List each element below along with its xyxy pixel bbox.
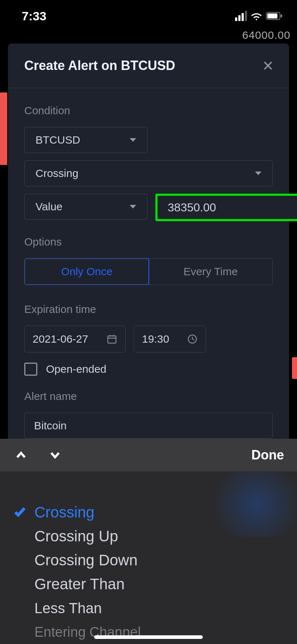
svg-rect-2 bbox=[281, 15, 282, 17]
condition-label: Condition bbox=[24, 104, 273, 117]
chevron-down-icon bbox=[130, 138, 136, 142]
next-field-button[interactable] bbox=[47, 447, 63, 463]
only-once-option[interactable]: Only Once bbox=[24, 258, 149, 285]
expiration-time-value: 19:30 bbox=[142, 333, 169, 345]
battery-icon bbox=[266, 12, 283, 20]
svg-rect-5 bbox=[108, 336, 116, 343]
price-value-field[interactable] bbox=[155, 194, 297, 221]
alert-name-label: Alert name bbox=[24, 390, 273, 402]
home-indicator[interactable] bbox=[94, 635, 203, 639]
expiration-date-field[interactable]: 2021-06-27 bbox=[24, 326, 126, 352]
keyboard-accessory-bar: Done bbox=[0, 439, 297, 471]
alert-name-input[interactable] bbox=[24, 413, 273, 439]
symbol-select-value: BTCUSD bbox=[35, 134, 80, 146]
expiration-label: Expiration time bbox=[24, 303, 273, 315]
done-button[interactable]: Done bbox=[251, 447, 284, 463]
price-value-input[interactable] bbox=[158, 196, 297, 219]
modal-title: Create Alert on BTCUSD bbox=[24, 58, 175, 73]
picker-option-crossing[interactable]: Crossing bbox=[34, 500, 141, 524]
picker-option-greater-than[interactable]: Greater Than bbox=[34, 572, 141, 596]
picker-glow bbox=[203, 471, 297, 537]
status-icons bbox=[235, 11, 283, 21]
check-icon bbox=[13, 505, 27, 520]
modal-header: Create Alert on BTCUSD bbox=[8, 44, 289, 88]
picker-option-crossing-up[interactable]: Crossing Up bbox=[34, 524, 141, 548]
picker-option-less-than[interactable]: Less Than bbox=[34, 596, 141, 620]
close-button[interactable] bbox=[262, 59, 275, 72]
options-label: Options bbox=[24, 236, 273, 248]
status-bar: 7:33 bbox=[0, 0, 297, 32]
cellular-signal-icon bbox=[235, 11, 247, 21]
chevron-down-icon bbox=[255, 172, 262, 175]
value-mode-value: Value bbox=[35, 201, 63, 213]
condition-type-select[interactable]: Crossing bbox=[24, 160, 273, 186]
status-time: 7:33 bbox=[22, 9, 46, 23]
condition-picker[interactable]: Crossing Crossing Up Crossing Down Great… bbox=[0, 471, 297, 644]
prev-field-button[interactable] bbox=[13, 447, 29, 463]
open-ended-label: Open-ended bbox=[46, 363, 106, 375]
background-candle bbox=[0, 92, 7, 165]
calendar-icon bbox=[106, 334, 117, 344]
svg-rect-1 bbox=[267, 13, 277, 18]
symbol-select[interactable]: BTCUSD bbox=[24, 127, 147, 153]
every-time-option[interactable]: Every Time bbox=[149, 259, 272, 285]
wifi-icon bbox=[251, 12, 262, 20]
open-ended-checkbox[interactable] bbox=[24, 363, 37, 376]
background-price-marker bbox=[292, 357, 297, 379]
value-mode-select[interactable]: Value bbox=[24, 194, 147, 220]
chevron-down-icon bbox=[130, 205, 136, 209]
picker-option-crossing-down[interactable]: Crossing Down bbox=[34, 548, 141, 572]
condition-type-value: Crossing bbox=[35, 167, 78, 179]
frequency-segmented-control: Only Once Every Time bbox=[24, 258, 273, 285]
picker-option-entering-channel[interactable]: Entering Channel bbox=[34, 620, 141, 644]
expiration-date-value: 2021-06-27 bbox=[33, 333, 88, 345]
picker-list: Crossing Crossing Up Crossing Down Great… bbox=[34, 500, 141, 644]
clock-icon bbox=[187, 334, 198, 344]
expiration-time-field[interactable]: 19:30 bbox=[134, 326, 206, 352]
